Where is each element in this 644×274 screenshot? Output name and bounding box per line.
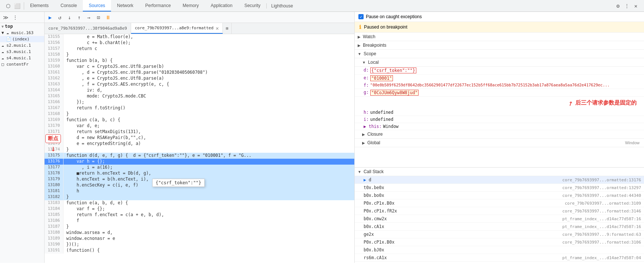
close-icon[interactable]: ✕ xyxy=(632,2,640,10)
code-row[interactable]: 13177 , i = a(16); xyxy=(45,165,354,171)
call-stack-item[interactable]: b0x.bo0xcore_79b7693997...ormatted:44340 xyxy=(355,192,644,199)
tab-network[interactable]: Network xyxy=(111,0,139,11)
call-stack-item[interactable]: b0x.cA1xpt_frame_index_...d14ac77d507:16 xyxy=(355,223,644,231)
scope-item-e[interactable]: e: "010001" xyxy=(355,75,644,82)
call-stack-item[interactable]: dcore_79b7693997...ormatted:13176 xyxy=(355,176,644,184)
tab-sources[interactable]: Sources xyxy=(83,0,111,11)
tree-item-top[interactable]: ▼ top xyxy=(0,23,44,30)
code-row[interactable]: 13172 d = new RSAKeyPair(b,"",c), xyxy=(45,135,354,141)
code-content: var d, e; xyxy=(63,123,354,129)
more-icon[interactable]: ⋮ xyxy=(623,2,631,10)
pause-exceptions-row[interactable]: ✓ Pause on caught exceptions xyxy=(355,12,644,22)
code-row[interactable]: 13173 e = encryptedString(d, a) xyxy=(45,141,354,147)
code-row[interactable]: 13188window.asrsea = d, xyxy=(45,230,354,236)
code-row[interactable]: 13176 var h = {}; xyxy=(45,159,354,165)
code-row[interactable]: 13183function e(a, b, d, e) { xyxy=(45,200,354,206)
file-tab-1[interactable]: core_79b7693997...38f9046ad9a8e9 xyxy=(45,23,131,34)
call-stack-item[interactable]: ge2xcore_79b7693997...9:formatted:63 xyxy=(355,231,644,238)
call-stack-location: core_79b7693997...formatted:3146 xyxy=(562,209,641,214)
code-row[interactable]: 13179 h.encText = b(h.encText, i), xyxy=(45,176,354,182)
code-row[interactable]: 13160 var c = CryptoJS.enc.Utf8.parse(b) xyxy=(45,64,354,70)
scope-section[interactable]: ▼ Scope xyxy=(355,50,644,58)
add-tab[interactable]: ⊞ xyxy=(223,23,232,34)
code-row[interactable]: 13165 mode: CryptoJS.mode.CBC xyxy=(45,93,354,99)
code-row[interactable]: 13174} xyxy=(45,147,354,153)
code-row[interactable]: 13180 h.encSecKey = c(i, e, f) xyxy=(45,182,354,188)
code-row[interactable]: 13185 return f.encText = c(a + e, b, d), xyxy=(45,212,354,218)
step-over-icon[interactable]: ↺ xyxy=(56,13,64,22)
file-tab-2[interactable]: core_79b7693997...a8e9:formatted ✕ xyxy=(131,23,223,34)
code-row[interactable]: 13184 var f = {}; xyxy=(45,206,354,212)
code-row[interactable]: 13166 }); xyxy=(45,99,354,105)
code-row[interactable]: 13178 ■return h.encText = Db(d, g), xyxy=(45,171,354,176)
tab-elements[interactable]: Elements xyxy=(24,0,55,11)
code-row[interactable]: 13156 c += b.charAt(e); xyxy=(45,40,354,46)
code-row[interactable]: 13158} xyxy=(45,52,354,58)
call-stack-item[interactable]: b0x.cmw2xpt_frame_index_...d14ac77d507:1… xyxy=(355,215,644,223)
scope-item-this[interactable]: ▶ this: Window xyxy=(355,123,644,130)
tree-item-index[interactable]: 📄 (index) xyxy=(0,36,44,42)
tree-item-music163[interactable]: ▼ ☁ music.163 xyxy=(0,30,44,36)
local-section[interactable]: ▼ Local xyxy=(355,58,644,67)
file-tab-close[interactable]: ✕ xyxy=(216,26,219,31)
code-row[interactable]: 13186 f xyxy=(45,218,354,224)
more-panels-icon[interactable]: ≫ xyxy=(1,13,10,22)
tree-item-content[interactable]: □ contentFr xyxy=(0,61,44,67)
code-row[interactable]: 13162 , e = CryptoJS.enc.Utf8.parse(a) xyxy=(45,76,354,82)
code-row[interactable]: 13190})(); xyxy=(45,242,354,248)
global-section[interactable]: ▶ Global Window xyxy=(355,139,644,147)
closure-section[interactable]: ▶ Closure xyxy=(355,130,644,139)
step-out-icon[interactable]: ↑ xyxy=(75,13,83,22)
settings-icon[interactable]: ⚙ xyxy=(614,2,622,10)
code-row[interactable]: 13191(function() { xyxy=(45,248,354,254)
call-stack-item[interactable]: rs6m.cA1xpt_frame_index_...d14ae77d507:0… xyxy=(355,254,644,262)
tab-performance[interactable]: Performance xyxy=(139,0,177,11)
code-row[interactable]: 13175function d(d, e, f, g) { d = {"csrf… xyxy=(45,153,354,159)
watch-section[interactable]: ▶ Watch xyxy=(355,33,644,41)
code-row[interactable]: 13182} xyxy=(45,194,354,200)
scope-item-f[interactable]: f: "00e0b509f6259df8642dbc35662901477df2… xyxy=(355,82,644,89)
deactivate-breakpoints-icon[interactable]: ⊡ xyxy=(94,13,103,22)
step-into-icon[interactable]: ↓ xyxy=(65,13,74,22)
code-row[interactable]: 13181 h xyxy=(45,188,354,194)
code-area[interactable]: 断点 ↓ 13155 e = Math.floor(e),13156 c += … xyxy=(45,34,354,263)
code-row[interactable]: 13189window.ecnonasr = e xyxy=(45,236,354,242)
code-row[interactable]: 13155 e = Math.floor(e), xyxy=(45,34,354,40)
scope-item-h[interactable]: h: undefined xyxy=(355,109,644,116)
call-stack-item[interactable]: b0x.bJ0x xyxy=(355,246,644,254)
resume-icon[interactable]: ▶ xyxy=(46,13,54,22)
pause-exceptions-checkbox[interactable]: ✓ xyxy=(358,14,364,19)
call-stack-header[interactable]: ▼ Call Stack xyxy=(355,168,644,176)
code-row[interactable]: 13170 var d, e; xyxy=(45,123,354,129)
call-stack-item[interactable]: P0x.cP1x.fR2xcore_79b7693997...formatted… xyxy=(355,207,644,215)
code-row[interactable]: 13157 return c xyxy=(45,46,354,52)
scope-item-d[interactable]: d: {"csrf_token":""} xyxy=(355,67,644,75)
scope-item-g[interactable]: g: "0CoJUm6Qyw8W8jud" xyxy=(355,89,644,97)
tree-item-s2[interactable]: ☁ s2.music.1 xyxy=(0,42,44,49)
code-row[interactable]: 13187} xyxy=(45,224,354,230)
new-file-icon[interactable]: ⋮ xyxy=(11,13,19,22)
code-row[interactable]: 13167 return f.toString() xyxy=(45,105,354,111)
tab-application[interactable]: Application xyxy=(205,0,238,11)
code-row[interactable]: 13163 , f = CryptoJS.AES.encrypt(e, c, { xyxy=(45,82,354,88)
pause-on-exceptions-icon[interactable]: ⏸ xyxy=(104,13,112,22)
code-row[interactable]: 13164 iv: d, xyxy=(45,88,354,93)
code-row[interactable]: 13168} xyxy=(45,111,354,117)
call-stack-item[interactable]: P0x.cP1x.B0xcore_79b7693997...ormatted:3… xyxy=(355,199,644,207)
code-row[interactable]: 13171 return setMaxDigits(131), xyxy=(45,129,354,135)
code-row[interactable]: 13159function b(a, b) { xyxy=(45,58,354,64)
tab-console[interactable]: Console xyxy=(55,0,83,11)
tree-item-s3[interactable]: ☁ s3.music.1 xyxy=(0,49,44,55)
tree-item-s4[interactable]: ☁ s4.music.1 xyxy=(0,55,44,61)
mobile-icon[interactable]: ⬜ xyxy=(13,2,21,10)
breakpoints-section[interactable]: ▶ Breakpoints xyxy=(355,41,644,50)
call-stack-item[interactable]: P0x.cP1x.B0xcore_79b7693997...formatted:… xyxy=(355,238,644,246)
tab-memory[interactable]: Memory xyxy=(177,0,205,11)
code-row[interactable]: 13169function c(a, b, c) { xyxy=(45,117,354,123)
tab-security[interactable]: Security xyxy=(238,0,266,11)
scope-item-i[interactable]: i: undefined xyxy=(355,116,644,123)
code-row[interactable]: 13161 , d = CryptoJS.enc.Utf8.parse("010… xyxy=(45,70,354,76)
cursor-icon[interactable]: ⬡ xyxy=(4,2,12,10)
call-stack-item[interactable]: t0x.be0xcore_79b7693997...ormatted:13297 xyxy=(355,184,644,192)
step-icon[interactable]: → xyxy=(85,13,93,22)
